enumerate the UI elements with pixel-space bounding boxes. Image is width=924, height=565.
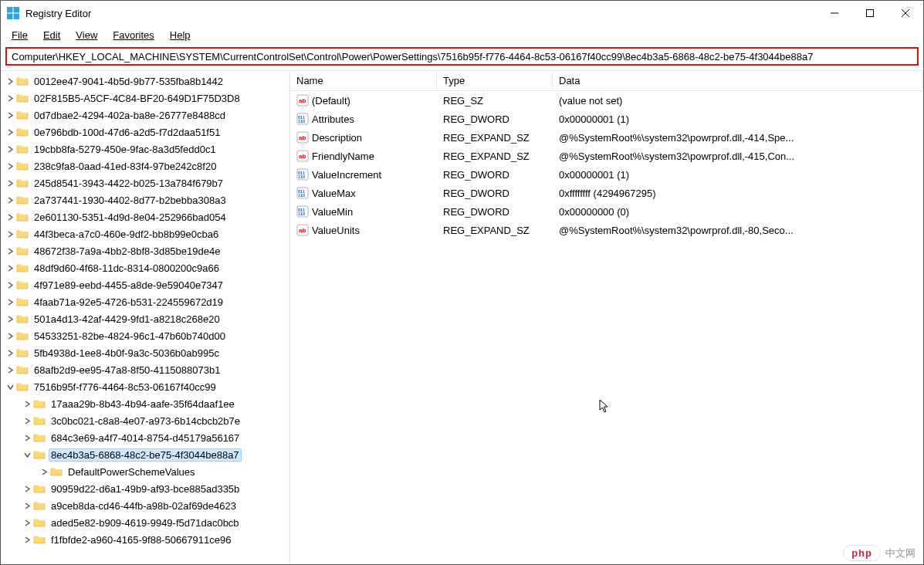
tree-node[interactable]: 4faab71a-92e5-4726-b531-224559672d19 [1, 293, 289, 310]
close-button[interactable] [888, 1, 923, 25]
chevron-right-icon[interactable] [4, 129, 16, 136]
tree-node[interactable]: 02F815B5-A5CF-4C84-BF20-649D1F75D3D8 [1, 90, 289, 107]
chevron-right-icon[interactable] [4, 95, 16, 102]
folder-icon [16, 381, 29, 392]
tree-node[interactable]: 90959d22-d6a1-49b9-af93-bce885ad335b [1, 480, 289, 497]
tree-node[interactable]: 2a737441-1930-4402-8d77-b2bebba308a3 [1, 191, 289, 208]
tree-node[interactable]: 19cbb8fa-5279-450e-9fac-8a3d5fedd0c1 [1, 140, 289, 157]
chevron-right-icon[interactable] [21, 536, 33, 543]
value-row[interactable]: FriendlyName REG_EXPAND_SZ @%SystemRoot%… [290, 147, 923, 165]
menu-view[interactable]: View [69, 28, 103, 42]
chevron-right-icon[interactable] [4, 367, 16, 374]
menu-file[interactable]: File [5, 28, 34, 42]
tree-node[interactable]: 17aaa29b-8b43-4b94-aafe-35f64daaf1ee [1, 395, 289, 412]
chevron-right-icon[interactable] [4, 146, 16, 153]
tree-node[interactable]: DefaultPowerSchemeValues [1, 463, 289, 480]
value-name: FriendlyName [312, 151, 374, 162]
tree-node[interactable]: 4f971e89-eebd-4455-a8de-9e59040e7347 [1, 276, 289, 293]
tree-node[interactable]: f1fbfde2-a960-4165-9f88-50667911ce96 [1, 531, 289, 548]
value-row[interactable]: ValueMin REG_DWORD 0x00000000 (0) [290, 202, 923, 221]
folder-icon [33, 432, 46, 443]
folder-icon [16, 144, 29, 154]
binary-value-icon [296, 187, 309, 199]
folder-icon [50, 466, 63, 477]
tree-node[interactable]: 3c0bc021-c8a8-4e07-a973-6b14cbcb2b7e [1, 412, 289, 429]
tree-node-label: 2e601130-5351-4d9d-8e04-252966bad054 [32, 211, 228, 224]
tree-node[interactable]: 245d8541-3943-4422-b025-13a784f679b7 [1, 174, 289, 191]
chevron-right-icon[interactable] [21, 485, 33, 492]
values-pane[interactable]: Name Type Data (Default) REG_SZ (value n… [290, 71, 923, 564]
chevron-right-icon[interactable] [4, 231, 16, 238]
value-row[interactable]: ValueMax REG_DWORD 0xffffffff (429496729… [290, 184, 923, 202]
menu-help[interactable]: Help [164, 28, 197, 42]
value-row[interactable]: (Default) REG_SZ (value not set) [290, 91, 923, 110]
chevron-right-icon[interactable] [4, 333, 16, 340]
folder-icon [16, 296, 29, 307]
column-data[interactable]: Data [553, 72, 923, 90]
tree-node[interactable]: 54533251-82be-4824-96c1-47b60b740d00 [1, 327, 289, 344]
column-type[interactable]: Type [437, 72, 553, 90]
tree-node-label: 684c3e69-a4f7-4014-8754-d45179a56167 [49, 431, 242, 445]
tree-node[interactable]: 2e601130-5351-4d9d-8e04-252966bad054 [1, 208, 289, 225]
chevron-right-icon[interactable] [4, 248, 16, 255]
tree-node[interactable]: 238c9fa8-0aad-41ed-83f4-97be242c8f20 [1, 157, 289, 174]
maximize-button[interactable] [852, 1, 888, 25]
menu-edit[interactable]: Edit [37, 28, 66, 42]
chevron-right-icon[interactable] [4, 350, 16, 357]
value-row[interactable]: ValueIncrement REG_DWORD 0x00000001 (1) [290, 165, 923, 184]
tree-node[interactable]: 501a4d13-42af-4429-9fd1-a8218c268e20 [1, 310, 289, 327]
value-row[interactable]: ValueUnits REG_EXPAND_SZ @%SystemRoot%\s… [290, 221, 923, 239]
chevron-right-icon[interactable] [21, 435, 33, 442]
chevron-down-icon[interactable] [21, 452, 33, 458]
chevron-right-icon[interactable] [4, 112, 16, 119]
tree-node-label: 7516b95f-f776-4464-8c53-06167f40cc99 [32, 381, 218, 394]
tree-node-label: 44f3beca-a7c0-460e-9df2-bb8b99e0cba6 [32, 228, 221, 241]
folder-icon [16, 178, 29, 188]
tree-node[interactable]: 0d7dbae2-4294-402a-ba8e-26777e8488cd [1, 107, 289, 123]
value-row[interactable]: Attributes REG_DWORD 0x00000001 (1) [290, 110, 923, 128]
tree-node[interactable]: 0e796bdb-100d-47d6-a2d5-f7d2daa51f51 [1, 123, 289, 140]
tree-node[interactable]: 44f3beca-a7c0-460e-9df2-bb8b99e0cba6 [1, 225, 289, 242]
chevron-right-icon[interactable] [21, 401, 33, 408]
chevron-right-icon[interactable] [4, 316, 16, 323]
chevron-right-icon[interactable] [21, 519, 33, 526]
tree-node[interactable]: 684c3e69-a4f7-4014-8754-d45179a56167 [1, 429, 289, 446]
minimize-button[interactable] [817, 1, 852, 25]
chevron-right-icon[interactable] [4, 265, 16, 272]
value-row[interactable]: Description REG_EXPAND_SZ @%SystemRoot%\… [290, 128, 923, 147]
menu-favorites[interactable]: Favorites [107, 28, 160, 42]
value-name: ValueMin [312, 206, 353, 218]
tree-node[interactable]: 48df9d60-4f68-11dc-8314-0800200c9a66 [1, 259, 289, 276]
tree-node[interactable]: 48672f38-7a9a-4bb2-8bf8-3d85be19de4e [1, 242, 289, 259]
tree-node-label: 90959d22-d6a1-49b9-af93-bce885ad335b [49, 482, 242, 496]
tree-node[interactable]: 5fb4938d-1ee8-4b0f-9a3c-5036b0ab995c [1, 344, 289, 361]
chevron-right-icon[interactable] [4, 214, 16, 221]
tree-node-label: 0012ee47-9041-4b5d-9b77-535fba8b1442 [32, 75, 225, 88]
string-value-icon [296, 94, 309, 107]
chevron-right-icon[interactable] [4, 78, 16, 85]
tree-node[interactable]: 8ec4b3a5-6868-48c2-be75-4f3044be88a7 [1, 446, 289, 463]
chevron-right-icon[interactable] [4, 282, 16, 289]
chevron-down-icon[interactable] [4, 384, 16, 391]
tree-pane[interactable]: 0012ee47-9041-4b5d-9b77-535fba8b144202F8… [1, 71, 290, 564]
tree-node[interactable]: 68afb2d9-ee95-47a8-8f50-4115088073b1 [1, 361, 289, 378]
chevron-right-icon[interactable] [4, 163, 16, 170]
chevron-right-icon[interactable] [38, 469, 50, 475]
value-name: ValueIncrement [312, 169, 381, 181]
chevron-right-icon[interactable] [21, 418, 33, 425]
tree-node[interactable]: 0012ee47-9041-4b5d-9b77-535fba8b1442 [1, 73, 289, 90]
tree-node[interactable]: aded5e82-b909-4619-9949-f5d71dac0bcb [1, 514, 289, 531]
tree-node[interactable]: 7516b95f-f776-4464-8c53-06167f40cc99 [1, 378, 289, 395]
tree-node-label: 2a737441-1930-4402-8d77-b2bebba308a3 [32, 194, 228, 207]
value-type: REG_EXPAND_SZ [437, 223, 553, 238]
column-name[interactable]: Name [290, 72, 437, 90]
binary-value-icon [296, 205, 309, 218]
chevron-right-icon[interactable] [4, 299, 16, 306]
list-header: Name Type Data [290, 71, 923, 91]
chevron-right-icon[interactable] [4, 197, 16, 204]
chevron-right-icon[interactable] [4, 180, 16, 187]
address-input[interactable] [10, 50, 914, 63]
tree-node[interactable]: a9ceb8da-cd46-44fb-a98b-02af69de4623 [1, 497, 289, 514]
chevron-right-icon[interactable] [21, 502, 33, 509]
value-name: (Default) [312, 95, 350, 107]
